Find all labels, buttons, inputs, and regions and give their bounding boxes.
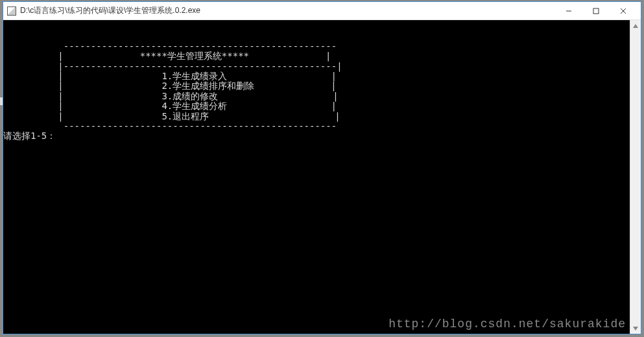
- svg-rect-1: [593, 8, 599, 14]
- menu-item-3: | 3.成绩的修改 |: [3, 91, 339, 101]
- minimize-button[interactable]: [555, 3, 582, 19]
- watermark-text: http://blog.csdn.net/sakurakide: [388, 318, 626, 331]
- scroll-up-button[interactable]: [630, 20, 641, 31]
- maximize-icon: [593, 8, 599, 14]
- menu-border-bot: ----------------------------------------…: [3, 121, 337, 131]
- minimize-icon: [566, 8, 572, 14]
- console-output[interactable]: ----------------------------------------…: [3, 20, 630, 334]
- scroll-track[interactable]: [630, 31, 641, 323]
- console-area: ----------------------------------------…: [3, 20, 641, 334]
- input-prompt: 请选择1-5：: [3, 131, 56, 141]
- menu-border-mid: |---------------------------------------…: [3, 61, 342, 71]
- menu-item-2: | 2.学生成绩排序和删除 |: [3, 81, 337, 91]
- close-button[interactable]: [610, 3, 637, 19]
- menu-item-4: | 4.学生成绩分析 |: [3, 101, 337, 111]
- menu-item-5: | 5.退出程序 |: [3, 111, 340, 121]
- chevron-up-icon: [633, 24, 638, 28]
- title-bar[interactable]: D:\c语言练习\练习的代码\课设\学生管理系统.0.2.exe: [3, 2, 641, 20]
- chevron-down-icon: [633, 327, 638, 331]
- menu-item-1: | 1.学生成绩录入 |: [3, 71, 337, 81]
- close-icon: [620, 8, 626, 14]
- app-icon: [7, 6, 16, 16]
- menu-header: | *****学生管理系统***** |: [3, 51, 331, 61]
- scroll-down-button[interactable]: [630, 323, 641, 334]
- maximize-button[interactable]: [582, 3, 610, 19]
- svg-marker-5: [633, 327, 638, 331]
- menu-border-top: ----------------------------------------…: [3, 41, 337, 51]
- menu-box: ----------------------------------------…: [3, 31, 342, 131]
- edge-artifact: [0, 97, 3, 105]
- app-window: D:\c语言练习\练习的代码\课设\学生管理系统.0.2.exe -------…: [3, 1, 641, 334]
- vertical-scrollbar[interactable]: [630, 20, 641, 334]
- window-title: D:\c语言练习\练习的代码\课设\学生管理系统.0.2.exe: [20, 5, 555, 16]
- svg-marker-4: [633, 24, 638, 28]
